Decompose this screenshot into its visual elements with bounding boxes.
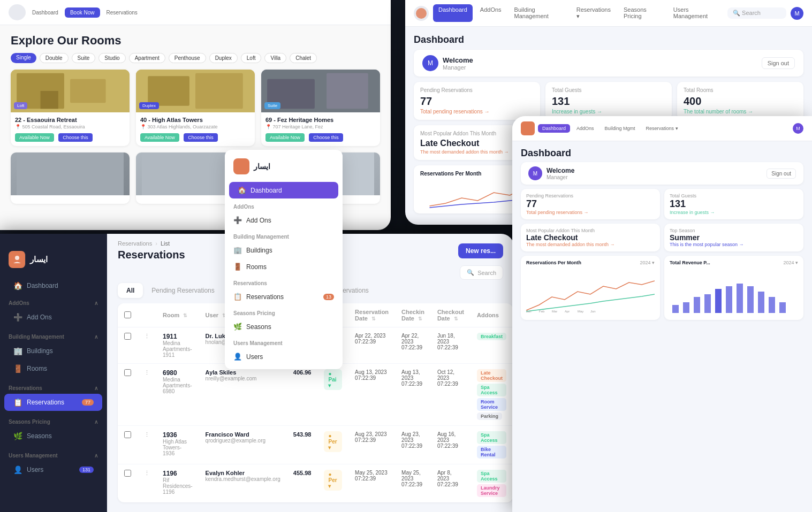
sd-stat-guests-label: Total Guests: [670, 193, 798, 198]
breadcrumb-reservations[interactable]: Reservations: [118, 240, 152, 247]
sidebar-item-dashboard[interactable]: 🏠 Dashboard: [4, 277, 102, 294]
nav-dashboard-link[interactable]: Dashboard: [32, 10, 58, 16]
select-all-checkbox[interactable]: [124, 311, 131, 318]
row2-user-name: Ayla Skiles: [206, 369, 280, 376]
filter-suite[interactable]: Suite: [72, 53, 96, 63]
row1-check: [118, 327, 138, 364]
filter-penthouse[interactable]: Penthouse: [169, 53, 206, 63]
row1-room-sub: Medina Apartments-1911: [163, 340, 193, 358]
room-addr-22: 📍 505 Coastal Road, Essaouira: [15, 124, 125, 129]
choose-btn-22[interactable]: Choose this: [58, 133, 93, 142]
sidebar-item-reservations[interactable]: 📋 Reservations 77: [4, 394, 102, 411]
svg-rect-6: [148, 76, 189, 106]
row2-addons: Late Checkout Spa Access Room Service Pa…: [470, 364, 513, 426]
sd-sign-out[interactable]: Sign out: [767, 169, 796, 179]
row4-actions[interactable]: ⋮: [138, 464, 156, 503]
available-now-btn-69[interactable]: Available Now: [265, 133, 305, 142]
dash-search[interactable]: 🔍 Search: [727, 7, 786, 19]
filter-loft[interactable]: Loft: [241, 53, 262, 63]
nav-building[interactable]: Building Management: [509, 4, 569, 22]
book-now-btn[interactable]: Book Now: [65, 7, 100, 18]
sd-nav-building[interactable]: Building Mgmt: [601, 124, 640, 133]
clipboard-icon: 📋: [13, 398, 22, 407]
menu-item-seasons-overlay[interactable]: 🌿 Seasons: [225, 318, 343, 335]
sd-charts: Reservations Per Month 2024 ▾ Jan Feb Ma…: [512, 256, 812, 320]
tab-all[interactable]: All: [118, 283, 143, 298]
filter-studio[interactable]: Studio: [98, 53, 125, 63]
tab-pending[interactable]: Pending Reservations: [143, 283, 223, 298]
filter-single[interactable]: Single: [11, 53, 36, 63]
row3-addons-cell: Spa Access Bike Rental: [477, 431, 506, 458]
sd-nav-addons[interactable]: AddOns: [572, 124, 598, 133]
row1-checkin: Apr 22, 2023 07:22:39: [395, 327, 431, 364]
svg-text:Mar: Mar: [552, 310, 557, 313]
door-icon: 🚪: [13, 364, 22, 373]
available-now-btn-22[interactable]: Available Now: [15, 133, 54, 142]
filter-chalet[interactable]: Chalet: [290, 53, 317, 63]
sidebar-item-rooms[interactable]: 🚪 Rooms: [4, 360, 102, 377]
row2-status-badge[interactable]: ● Pai ▾: [324, 369, 342, 390]
row3-checkbox[interactable]: [124, 431, 131, 438]
new-reservation-btn[interactable]: New res...: [458, 243, 503, 258]
row2-checkbox[interactable]: [124, 369, 131, 376]
menu-item-rooms[interactable]: 🚪 Rooms: [225, 258, 343, 275]
nav-reservations[interactable]: Reservations ▾: [571, 4, 616, 22]
row3-actions[interactable]: ⋮: [138, 426, 156, 464]
filter-villa[interactable]: Villa: [264, 53, 286, 63]
sidebar-section-seasons: Seasons Pricing ∧ 🌿 Seasons: [0, 414, 107, 447]
nav-dashboard[interactable]: Dashboard: [433, 4, 473, 22]
row4-user-name: Evalyn Kohler: [206, 470, 280, 476]
addon-bike-rental: Bike Rental: [477, 446, 506, 458]
menu-section-building: Building Management: [225, 232, 343, 242]
room-name-22: 22 - Essaouira Retreat: [15, 117, 125, 123]
search-bar[interactable]: 🔍 Search: [460, 265, 503, 280]
sd-stat-pending-sub: Total pending reservations →: [526, 210, 655, 215]
filter-double[interactable]: Double: [40, 53, 69, 63]
sign-out-btn[interactable]: Sign out: [762, 57, 795, 69]
row2-actions[interactable]: ⋮: [138, 364, 156, 426]
stat-guests-value: 131: [552, 95, 665, 108]
choose-btn-69[interactable]: Choose this: [309, 133, 343, 142]
sd-nav-reservations[interactable]: Reservations ▾: [642, 124, 682, 133]
stat-guests-label: Total Guests: [552, 87, 665, 93]
sidebar-section-reservations: Reservations ∧ 📋 Reservations 77: [0, 380, 107, 414]
th-actions: [138, 303, 156, 327]
menu-item-dashboard[interactable]: 🏠 Dashboard: [229, 182, 338, 198]
row4-status-badge[interactable]: ● Per ▾: [324, 470, 342, 491]
addon-breakfast: Breakfast: [477, 333, 506, 340]
row1-checkbox[interactable]: [124, 333, 131, 340]
sd-chart-res-year[interactable]: 2024 ▾: [640, 260, 655, 265]
menu-dashboard-label: Dashboard: [251, 187, 282, 194]
sidebar-item-users[interactable]: 👤 Users 131: [4, 461, 102, 478]
sidebar-item-addons[interactable]: ➕ Add Ons: [4, 309, 102, 326]
dash-avatar: M: [791, 7, 803, 20]
row4-room: 1196 Rif Residences-1196: [156, 464, 199, 503]
room-info-40: 40 - High Atlas Towers 📍 303 Atlas Highl…: [136, 112, 255, 146]
nav-reservations-link[interactable]: Reservations: [107, 10, 138, 16]
row3-status-badge[interactable]: ● Per ▾: [324, 431, 342, 452]
nav-users[interactable]: Users Management: [668, 4, 723, 22]
row4-checkbox[interactable]: [124, 470, 131, 477]
row3-price: 543.98: [287, 426, 318, 464]
menu-item-reservations-overlay[interactable]: 📋 Reservations 13: [225, 288, 343, 305]
sd-chart-rev-year[interactable]: 2024 ▾: [783, 260, 798, 265]
sd-nav-dashboard[interactable]: Dashboard: [538, 124, 570, 133]
sd-chart-res-title: Reservations Per Month 2024 ▾: [526, 260, 655, 265]
reservations-section-label: Reservations ∧: [0, 382, 107, 393]
filter-duplex[interactable]: Duplex: [209, 53, 238, 63]
menu-item-users-overlay[interactable]: 👤 Users: [225, 348, 343, 365]
available-now-btn-40[interactable]: Available Now: [140, 133, 179, 142]
sidebar-item-seasons[interactable]: 🌿 Seasons: [4, 427, 102, 445]
menu-item-buildings[interactable]: 🏢 Buildings: [225, 242, 343, 258]
choose-btn-40[interactable]: Choose this: [184, 133, 218, 142]
menu-item-addons[interactable]: ➕ Add Ons: [225, 212, 343, 228]
sd-feat-summer-sub: This is the most popular season →: [670, 242, 798, 247]
sidebar-item-buildings[interactable]: 🏢 Buildings: [4, 342, 102, 360]
room-name-40: 40 - High Atlas Towers: [140, 117, 251, 123]
menu-home-icon: 🏠: [238, 186, 246, 194]
menu-addons-icon: ➕: [233, 216, 242, 224]
filter-apartment[interactable]: Apartment: [129, 53, 165, 63]
nav-addons[interactable]: AddOns: [475, 4, 507, 22]
nav-seasons[interactable]: Seasons Pricing: [618, 4, 666, 22]
row1-actions[interactable]: ⋮: [138, 327, 156, 364]
